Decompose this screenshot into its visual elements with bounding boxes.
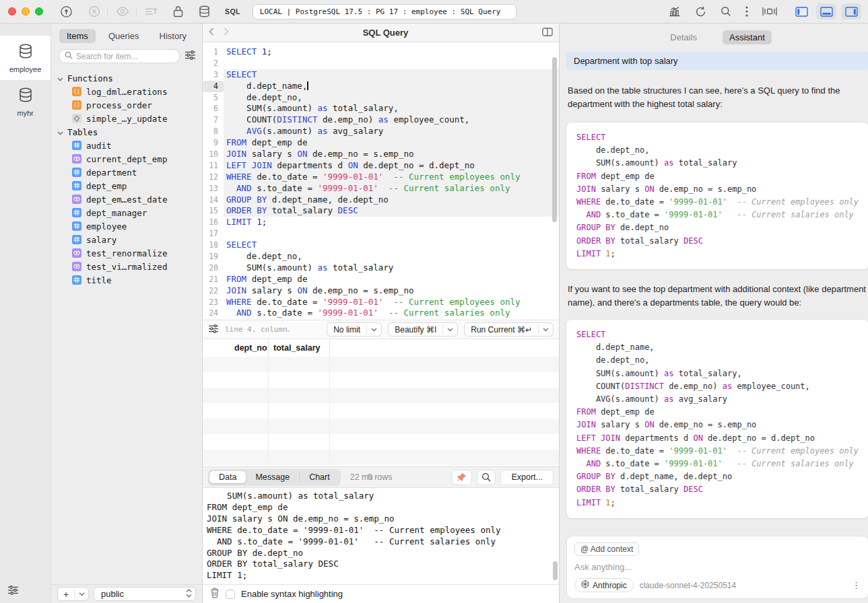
editor-line[interactable]: 15ORDER BY total_salary DESC bbox=[203, 205, 559, 217]
rail-filter-icon[interactable] bbox=[0, 586, 51, 603]
add-context-button[interactable]: @ Add context bbox=[574, 542, 639, 556]
editor-line[interactable]: 2 bbox=[203, 58, 559, 69]
table-cell[interactable] bbox=[269, 388, 330, 403]
editor-line[interactable]: 7 COUNT(DISTINCT de.emp_no) as employee_… bbox=[203, 114, 559, 126]
lock-icon[interactable] bbox=[173, 5, 183, 17]
sidebar-filter-icon[interactable] bbox=[185, 50, 196, 62]
toggle-right-panel-button[interactable] bbox=[841, 3, 861, 20]
item-search-input[interactable]: Search for item... bbox=[59, 49, 180, 63]
syntax-highlighting-checkbox[interactable] bbox=[226, 590, 235, 599]
schema-select[interactable]: public bbox=[94, 587, 196, 601]
message-output-panel[interactable]: SUM(s.amount) as total_salary FROM dept_… bbox=[203, 487, 559, 584]
table-cell[interactable] bbox=[269, 434, 330, 450]
tree-item-salary[interactable]: salary bbox=[51, 233, 202, 246]
panel-tab-assistant[interactable]: Assistant bbox=[723, 30, 772, 44]
tree-item-current_dept_emp[interactable]: current_dept_emp bbox=[51, 152, 202, 166]
assistant-code-block[interactable]: SELECT d.dept_name, de.dept_no, SUM(s.am… bbox=[566, 320, 868, 518]
editor-line[interactable]: 23WHERE de.to_date = '9999-01-01' -- Cur… bbox=[203, 297, 559, 308]
limit-dropdown[interactable]: No limit bbox=[327, 322, 382, 336]
toggle-bottom-panel-button[interactable] bbox=[816, 3, 836, 20]
editor-line[interactable]: 18SELECT bbox=[203, 240, 559, 251]
table-row[interactable] bbox=[203, 450, 559, 465]
editor-scrollbar[interactable] bbox=[552, 57, 557, 222]
results-grid[interactable]: dept_no total_salary bbox=[203, 339, 559, 466]
chart-icon[interactable] bbox=[669, 6, 681, 17]
add-item-button[interactable]: + bbox=[57, 587, 89, 601]
split-editor-icon[interactable] bbox=[542, 28, 553, 38]
attach-connection-icon[interactable] bbox=[60, 5, 73, 18]
more-options-icon[interactable] bbox=[745, 6, 748, 17]
tree-item-employee[interactable]: employee bbox=[51, 219, 202, 233]
refresh-icon[interactable] bbox=[695, 6, 706, 17]
editor-line[interactable]: 11LEFT JOIN departments d ON de.dept_no … bbox=[203, 160, 559, 172]
export-button[interactable]: Export... bbox=[500, 470, 554, 485]
table-row[interactable] bbox=[203, 403, 559, 419]
editor-line[interactable]: 21FROM dept_emp de bbox=[203, 274, 559, 285]
beautify-button[interactable]: Beautify ⌘I bbox=[388, 322, 458, 336]
editor-line[interactable]: 19 de.dept_no, bbox=[203, 251, 559, 262]
editor-line[interactable]: 13 AND s.to_date = '9999-01-01' -- Curre… bbox=[203, 183, 559, 194]
editor-line[interactable]: 5 de.dept_no, bbox=[203, 92, 559, 104]
trash-icon[interactable] bbox=[210, 588, 220, 600]
panel-tab-details[interactable]: Details bbox=[663, 30, 704, 44]
focus-layout-icon[interactable] bbox=[762, 7, 777, 16]
sidebar-tab-history[interactable]: History bbox=[152, 29, 194, 43]
results-tab-data[interactable]: Data bbox=[209, 471, 246, 483]
table-row[interactable] bbox=[203, 434, 559, 450]
table-cell[interactable] bbox=[230, 450, 269, 465]
tree-item-dept_emest_date[interactable]: dept_em…est_date bbox=[51, 192, 202, 206]
zoom-window-button[interactable] bbox=[35, 7, 43, 15]
results-tab-message[interactable]: Message bbox=[246, 471, 299, 483]
editor-line[interactable]: 22JOIN salary s ON de.emp_no = s.emp_no bbox=[203, 285, 559, 297]
table-row[interactable] bbox=[203, 419, 559, 434]
column-header[interactable]: total_salary bbox=[269, 339, 330, 357]
table-cell[interactable] bbox=[230, 403, 269, 419]
results-tab-chart[interactable]: Chart bbox=[300, 471, 339, 483]
tree-item-test_virmalized[interactable]: test_vi…rmalized bbox=[51, 260, 202, 273]
statusbar-filter-icon[interactable] bbox=[208, 324, 219, 335]
sql-editor[interactable]: 1SELECT 1;23SELECT4 d.dept_name,5 de.dep… bbox=[203, 42, 559, 320]
tree-item-process_order[interactable]: ()process_order bbox=[51, 98, 202, 112]
tree-section-functions[interactable]: Functions bbox=[51, 71, 202, 85]
tree-item-dept_manager[interactable]: dept_manager bbox=[51, 206, 202, 219]
assistant-code-block[interactable]: SELECT de.dept_no, SUM(s.amount) as tota… bbox=[566, 122, 868, 269]
tree-item-test_renormalize[interactable]: test_renormalize bbox=[51, 246, 202, 260]
tree-item-department[interactable]: department bbox=[51, 166, 202, 179]
database-icon[interactable] bbox=[199, 5, 210, 17]
editor-line[interactable]: 17 bbox=[203, 228, 559, 240]
sidebar-tab-items[interactable]: Items bbox=[59, 29, 96, 43]
column-header[interactable]: dept_no bbox=[230, 339, 269, 357]
editor-line[interactable]: 16LIMIT 1; bbox=[203, 217, 559, 228]
table-cell[interactable] bbox=[230, 357, 269, 372]
editor-line[interactable]: 12WHERE de.to_date = '9999-01-01' -- Cur… bbox=[203, 172, 559, 183]
table-cell[interactable] bbox=[269, 403, 330, 419]
table-cell[interactable] bbox=[269, 357, 330, 372]
plus-icon[interactable]: + bbox=[58, 589, 74, 600]
connection-title[interactable]: LOCAL | PostgreSQL 17.5 : PG 17 : employ… bbox=[253, 4, 516, 20]
tree-item-audit[interactable]: audit bbox=[51, 139, 202, 152]
close-window-button[interactable] bbox=[8, 7, 16, 15]
table-cell[interactable] bbox=[269, 419, 330, 434]
forward-icon[interactable] bbox=[224, 28, 229, 38]
tree-item-title[interactable]: title bbox=[51, 273, 202, 287]
table-cell[interactable] bbox=[230, 419, 269, 434]
table-row[interactable] bbox=[203, 357, 559, 372]
table-cell[interactable] bbox=[230, 388, 269, 403]
table-row[interactable] bbox=[203, 388, 559, 403]
editor-line[interactable]: 6 SUM(s.amount) as total_salary, bbox=[203, 103, 559, 114]
minimize-window-button[interactable] bbox=[22, 7, 30, 15]
editor-line[interactable]: 1SELECT 1; bbox=[203, 46, 559, 58]
tree-item-simple_y_update[interactable]: simple_…y_update bbox=[51, 112, 202, 125]
table-cell[interactable] bbox=[269, 372, 330, 388]
editor-line[interactable]: 9FROM dept_emp de bbox=[203, 137, 559, 149]
editor-line[interactable]: 14GROUP BY d.dept_name, de.dept_no bbox=[203, 194, 559, 206]
tree-item-dept_emp[interactable]: dept_emp bbox=[51, 179, 202, 192]
run-current-button[interactable]: Run Current ⌘↵ bbox=[464, 322, 554, 336]
add-item-chevron[interactable] bbox=[75, 592, 88, 596]
pin-results-button[interactable] bbox=[452, 470, 472, 485]
editor-line[interactable]: 8 AVG(s.amount) as avg_salary bbox=[203, 126, 559, 137]
table-cell[interactable] bbox=[230, 434, 269, 450]
toggle-left-panel-button[interactable] bbox=[791, 3, 811, 20]
provider-selector[interactable]: Anthropic bbox=[574, 578, 634, 592]
conversation-title-banner[interactable]: Department with top salary bbox=[566, 52, 868, 70]
